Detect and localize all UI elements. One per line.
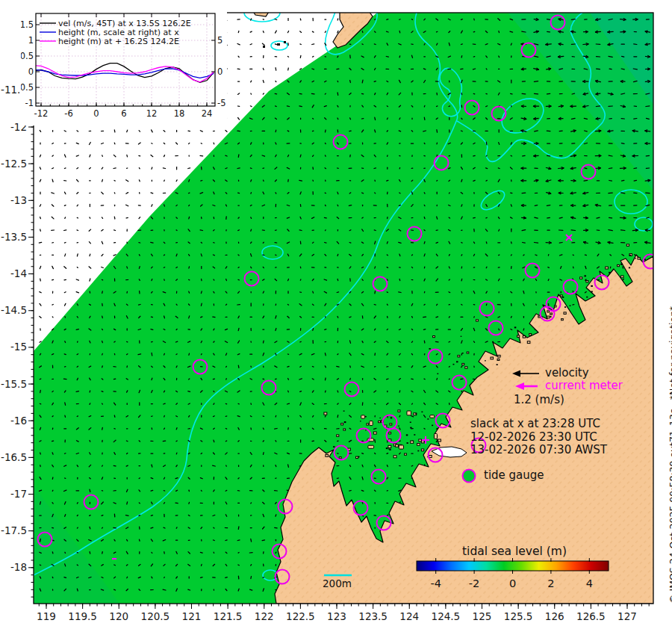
svg-text:-12.5: -12.5 <box>1 158 27 170</box>
svg-text:18: 18 <box>174 108 185 119</box>
svg-text:-13.5: -13.5 <box>1 231 27 243</box>
svg-text:0: 0 <box>217 66 223 77</box>
svg-text:-4: -4 <box>430 577 441 589</box>
svg-text:-2: -2 <box>469 577 479 589</box>
svg-text:122.5: 122.5 <box>286 610 315 622</box>
svg-text:-5: -5 <box>217 98 225 108</box>
svg-text:-12: -12 <box>34 108 49 119</box>
inset-chart-canvas: -12-6061218241.510.50-0.5-150-5 vel (m/s… <box>21 7 227 126</box>
svg-text:126: 126 <box>545 610 564 622</box>
svg-text:124.5: 124.5 <box>432 610 461 622</box>
svg-text:122: 122 <box>255 610 274 622</box>
svg-text:127: 127 <box>617 610 637 622</box>
svg-text:-1: -1 <box>25 98 34 108</box>
svg-text:2: 2 <box>547 577 554 589</box>
svg-text:123.5: 123.5 <box>358 610 388 622</box>
islet-dot <box>263 46 265 48</box>
current-meter-label: current meter <box>545 379 623 393</box>
velocity-label: velocity <box>545 367 589 380</box>
svg-text:120: 120 <box>109 610 128 622</box>
islet-dot <box>284 41 286 43</box>
scale-bar-label: 200m <box>323 577 352 589</box>
colorbar-bar <box>417 561 609 571</box>
inset-legend: vel (m/s, 45T) at x 13.5S 126.2E height … <box>40 19 191 46</box>
svg-text:-16: -16 <box>10 415 27 427</box>
svg-text:125.5: 125.5 <box>504 610 533 622</box>
svg-text:121.5: 121.5 <box>214 610 243 622</box>
svg-text:119.5: 119.5 <box>68 610 97 622</box>
svg-text:123: 123 <box>327 610 346 622</box>
timeseries-inset: -12-6061218241.510.50-0.5-150-5 vel (m/s… <box>21 7 227 126</box>
legend-label-height-plus: height (m) at + 16.2S 124.2E <box>58 37 179 46</box>
speed-ref-label: 1.2 (m/s) <box>514 394 564 407</box>
svg-text:-16.5: -16.5 <box>1 451 27 463</box>
svg-text:6: 6 <box>121 108 126 119</box>
svg-text:-0.5: -0.5 <box>21 82 34 93</box>
slack-line-1: slack at x at 23:28 UTC <box>470 418 600 431</box>
svg-text:4: 4 <box>586 577 593 589</box>
svg-text:-17: -17 <box>10 488 27 500</box>
copyright-text: © IMOS 24-Oct-2025 00:58:39 out71_13c . … <box>668 306 672 604</box>
svg-text:-15: -15 <box>10 341 27 353</box>
svg-text:-17.5: -17.5 <box>1 524 27 536</box>
svg-text:1: 1 <box>28 35 34 46</box>
svg-text:12: 12 <box>146 108 158 119</box>
svg-text:1.5: 1.5 <box>21 19 34 30</box>
svg-text:-14.5: -14.5 <box>1 304 27 316</box>
svg-text:0: 0 <box>509 577 516 589</box>
tide-gauge-label: tide gauge <box>484 469 544 483</box>
slack-line-2: 12-02-2026 23:30 UTC <box>470 431 597 444</box>
tidal-map-figure: 119119.5120120.5121121.5122122.5123123.5… <box>0 0 672 632</box>
svg-text:124: 124 <box>399 610 419 622</box>
svg-text:-18: -18 <box>10 561 27 573</box>
colorbar-title: tidal sea level (m) <box>402 545 626 558</box>
svg-text:0: 0 <box>28 66 34 77</box>
tide-gauge-legend-marker <box>463 470 476 483</box>
svg-text:119: 119 <box>37 610 56 622</box>
svg-text:0.5: 0.5 <box>21 51 34 61</box>
svg-text:0: 0 <box>93 108 99 119</box>
slack-line-3: 13-02-2026 07:30 AWST <box>470 444 607 457</box>
svg-text:24: 24 <box>202 108 213 119</box>
svg-text:120.5: 120.5 <box>141 610 170 622</box>
svg-text:-6: -6 <box>64 108 72 119</box>
islet-dot <box>277 43 280 46</box>
svg-text:-13: -13 <box>10 194 27 206</box>
svg-text:5: 5 <box>217 35 223 46</box>
svg-text:126.5: 126.5 <box>576 610 606 622</box>
svg-text:125: 125 <box>473 610 492 622</box>
svg-text:121: 121 <box>182 610 202 622</box>
svg-text:-15.5: -15.5 <box>1 378 27 390</box>
svg-text:-14: -14 <box>10 267 27 279</box>
